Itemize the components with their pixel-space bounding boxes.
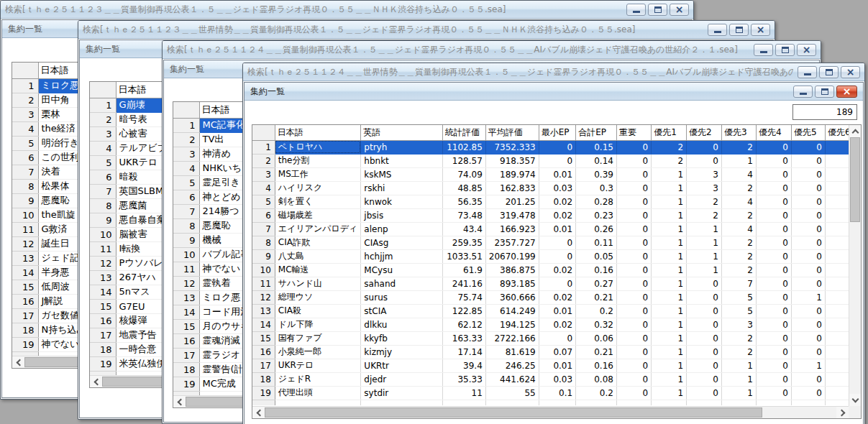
cell[interactable]: 2: [721, 181, 756, 195]
cell[interactable]: 0.03: [539, 372, 575, 386]
cell[interactable]: サハンド山: [275, 277, 361, 290]
cell[interactable]: 0: [616, 195, 651, 208]
cell[interactable]: 0: [616, 249, 651, 263]
cell[interactable]: 0: [687, 345, 722, 359]
cell[interactable]: 0.16: [576, 263, 617, 277]
cell[interactable]: 0: [616, 345, 651, 359]
table-row[interactable]: 12総理ウソsurus75.74360.6660.020.21010501: [252, 290, 861, 304]
scrollbar-thumb[interactable]: [265, 407, 762, 418]
cell[interactable]: 2: [721, 236, 756, 249]
cell[interactable]: エイリアンパロディ: [275, 222, 361, 236]
cell[interactable]: 0.26: [576, 222, 617, 236]
cell[interactable]: 39.4: [442, 359, 485, 372]
cell[interactable]: 5: [721, 290, 756, 304]
cell[interactable]: 0: [616, 140, 651, 154]
cell[interactable]: 0: [616, 181, 651, 195]
cell[interactable]: 0: [756, 249, 791, 263]
cell[interactable]: 0: [687, 154, 722, 167]
column-header[interactable]: 優先3: [721, 125, 756, 140]
column-header[interactable]: 統計評価: [442, 125, 485, 140]
cell[interactable]: 1: [687, 222, 722, 236]
cell[interactable]: 7352.333: [485, 140, 539, 154]
window-3-titlebar[interactable]: 検索[ｔｈｅ２５１１２４＿＿質量制御再現公表１．５＿＿ジェド霊界ラジオ再現０．５…: [163, 41, 821, 59]
cell[interactable]: 1: [652, 208, 687, 222]
cell[interactable]: 0: [539, 249, 575, 263]
cell[interactable]: 磁場歳差: [275, 208, 361, 222]
cell[interactable]: 0.3: [576, 181, 617, 195]
cell[interactable]: 1: [652, 249, 687, 263]
cell[interactable]: 1: [791, 290, 825, 304]
cell[interactable]: 0.23: [576, 208, 617, 222]
cell[interactable]: 0.27: [576, 277, 617, 290]
cell[interactable]: 246.25: [485, 359, 539, 372]
cell[interactable]: 0.02: [539, 263, 575, 277]
cell[interactable]: rskhi: [361, 181, 443, 195]
cell[interactable]: 0.28: [576, 195, 617, 208]
cell[interactable]: 0: [687, 359, 722, 372]
cell[interactable]: 0: [616, 386, 651, 400]
cell[interactable]: 893.185: [485, 277, 539, 290]
cell[interactable]: 1102.85: [442, 140, 485, 154]
cell[interactable]: 1: [652, 304, 687, 318]
cell[interactable]: 0: [616, 304, 651, 318]
cell[interactable]: 1033.51: [442, 249, 485, 263]
cell[interactable]: 0.01: [539, 304, 575, 318]
cell[interactable]: 0: [539, 236, 575, 249]
cell[interactable]: ジェドR: [275, 372, 361, 386]
cell[interactable]: 386.875: [485, 263, 539, 277]
cell[interactable]: djedr: [361, 372, 443, 386]
cell[interactable]: MCysu: [361, 263, 443, 277]
cell[interactable]: 2722.166: [485, 331, 539, 345]
maximize-button[interactable]: [775, 44, 795, 56]
cell[interactable]: 0.2: [576, 304, 617, 318]
maximize-button[interactable]: [819, 66, 839, 78]
cell[interactable]: 918.357: [485, 154, 539, 167]
cell[interactable]: 0: [756, 372, 791, 386]
cell[interactable]: 4: [721, 222, 756, 236]
table-row[interactable]: 19代理出頭sytdir11550.10.2010100: [252, 386, 861, 400]
cell[interactable]: 201.25: [485, 195, 539, 208]
cell[interactable]: hbnkt: [361, 154, 443, 167]
cell[interactable]: 128.57: [442, 154, 485, 167]
cell[interactable]: 0: [791, 181, 825, 195]
cell[interactable]: 17.14: [442, 345, 485, 359]
close-button[interactable]: ×: [841, 66, 860, 78]
cell[interactable]: 0: [687, 318, 722, 331]
row-number-header[interactable]: [252, 125, 275, 140]
cell[interactable]: 1: [721, 372, 756, 386]
cell[interactable]: 0: [791, 277, 825, 290]
cell[interactable]: ptryh: [361, 140, 443, 154]
cell[interactable]: 0: [687, 140, 722, 154]
cell[interactable]: 0: [616, 154, 651, 167]
scroll-left-button[interactable]: [12, 356, 24, 368]
cell[interactable]: 0.15: [576, 140, 617, 154]
cell[interactable]: 0: [791, 263, 825, 277]
cell[interactable]: 0: [756, 154, 791, 167]
cell[interactable]: 0: [616, 290, 651, 304]
table-row[interactable]: 16小泉純一郎kizmjy17.1481.6190.070.21010200: [252, 345, 861, 359]
child-restore-button[interactable]: [815, 86, 834, 98]
cell[interactable]: 0.01: [539, 359, 575, 372]
cell[interactable]: 0: [756, 181, 791, 195]
cell[interactable]: 0.11: [576, 236, 617, 249]
cell[interactable]: kskMS: [361, 167, 443, 181]
cell[interactable]: 35.33: [442, 372, 485, 386]
cell[interactable]: 7: [721, 277, 756, 290]
table-row[interactable]: 10MC輸送MCysu61.9386.8750.020.16011200: [252, 263, 861, 277]
row-number-header[interactable]: [90, 82, 116, 98]
cell[interactable]: 3: [687, 167, 722, 181]
scrollbar-thumb[interactable]: [850, 137, 860, 222]
cell[interactable]: ハイリスク: [275, 181, 361, 195]
table-row[interactable]: 15国有ファブkkyfb163.332722.16600.06010200: [252, 331, 861, 345]
cell[interactable]: 0.02: [539, 318, 575, 331]
cell[interactable]: 0: [616, 359, 651, 372]
table-row[interactable]: 8CIA詐欺CIAsg259.352357.72700.11011200: [252, 236, 861, 249]
cell[interactable]: 3: [687, 181, 722, 195]
cell[interactable]: 1: [652, 222, 687, 236]
cell[interactable]: CIA詐欺: [275, 236, 361, 249]
cell[interactable]: 20670.199: [485, 249, 539, 263]
scroll-left-button[interactable]: [173, 396, 186, 407]
column-header[interactable]: 合計EP: [576, 125, 617, 140]
cell[interactable]: 小泉純一郎: [275, 345, 361, 359]
cell[interactable]: 441.624: [485, 372, 539, 386]
